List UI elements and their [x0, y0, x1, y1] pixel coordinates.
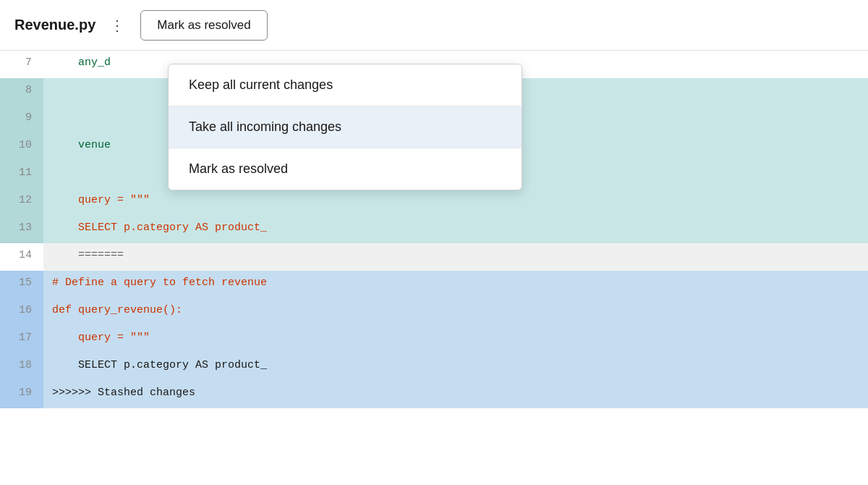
dropdown-item-keep-current[interactable]: Keep all current changes [169, 64, 522, 106]
dropdown-item-mark-resolved[interactable]: Mark as resolved [169, 148, 522, 190]
code-line-18: 18 SELECT p.category AS product_ [0, 353, 868, 381]
line-number-17: 17 [0, 326, 43, 353]
code-line-15: 15 # Define a query to fetch revenue [0, 271, 868, 298]
line-content-13: SELECT p.category AS product_ [43, 216, 868, 243]
header-bar: Revenue.py ⋮ Mark as resolved [0, 0, 868, 51]
line-number-7: 7 [0, 51, 43, 78]
line-content-16: def query_revenue(): [43, 298, 868, 326]
code-line-17: 17 query = """ [0, 326, 868, 353]
code-line-14: 14 ======= [0, 243, 868, 271]
line-number-15: 15 [0, 271, 43, 298]
more-button[interactable]: ⋮ [104, 14, 132, 37]
line-number-13: 13 [0, 216, 43, 243]
code-line-13: 13 SELECT p.category AS product_ [0, 216, 868, 243]
line-number-14: 14 [0, 243, 43, 271]
line-content-19: >>>>>> Stashed changes [43, 381, 868, 408]
line-content-14: ======= [43, 243, 868, 271]
line-content-18: SELECT p.category AS product_ [43, 353, 868, 381]
file-title: Revenue.py [14, 17, 95, 33]
mark-resolved-button[interactable]: Mark as resolved [140, 10, 267, 41]
line-number-18: 18 [0, 353, 43, 381]
editor-container: Revenue.py ⋮ Mark as resolved 7 any_d 8 … [0, 0, 868, 485]
line-number-16: 16 [0, 298, 43, 326]
dropdown-menu: Keep all current changes Take all incomi… [168, 64, 522, 190]
code-line-12: 12 query = """ [0, 188, 868, 216]
line-number-11: 11 [0, 161, 43, 188]
code-line-19: 19 >>>>>> Stashed changes [0, 381, 868, 408]
line-content-15: # Define a query to fetch revenue [43, 271, 868, 298]
line-content-12: query = """ [43, 188, 868, 216]
dropdown-item-take-incoming[interactable]: Take all incoming changes [169, 106, 522, 148]
line-number-8: 8 [0, 78, 43, 106]
line-content-17: query = """ [43, 326, 868, 353]
line-number-9: 9 [0, 106, 43, 133]
code-line-16: 16 def query_revenue(): [0, 298, 868, 326]
line-number-19: 19 [0, 381, 43, 408]
line-number-10: 10 [0, 133, 43, 161]
line-number-12: 12 [0, 188, 43, 216]
